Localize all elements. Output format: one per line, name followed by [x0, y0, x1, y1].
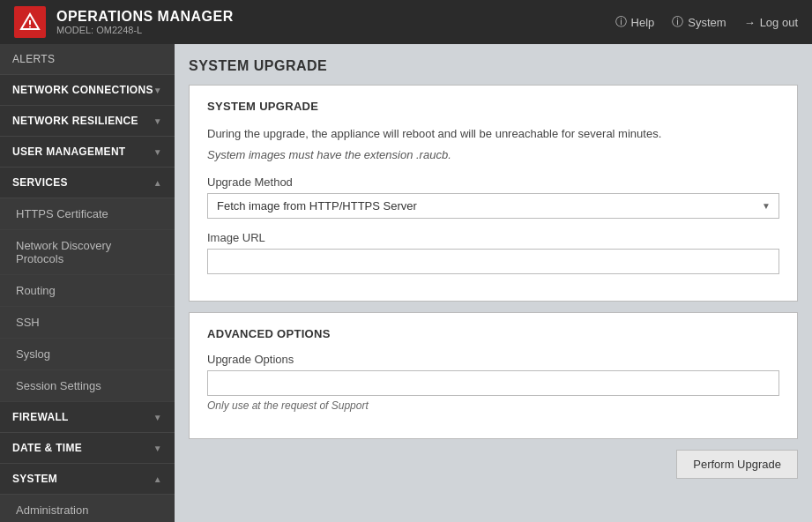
image-url-group: Image URL [207, 231, 779, 274]
sidebar-routing-label: Routing [16, 284, 56, 297]
chevron-down-icon: ▼ [153, 116, 162, 126]
sidebar-administration-label: Administration [16, 503, 88, 517]
logout-label: Log out [760, 16, 798, 29]
main-content: System Upgrade System Upgrade During the… [175, 44, 812, 522]
logo-icon [19, 11, 41, 33]
sidebar-item-session-settings[interactable]: Session Settings [0, 370, 175, 402]
upgrade-desc: During the upgrade, the appliance will r… [207, 125, 779, 143]
sidebar-item-ssh[interactable]: SSH [0, 307, 175, 339]
sidebar-system-label: System [12, 473, 57, 485]
chevron-down-icon: ▼ [153, 147, 162, 157]
sidebar-session-settings-label: Session Settings [16, 379, 101, 392]
logout-button[interactable]: → Log out [744, 16, 798, 29]
sidebar: Alerts Network Connections ▼ Network Res… [0, 44, 175, 522]
sidebar-services-label: Services [12, 176, 68, 189]
sidebar-item-firewall[interactable]: Firewall ▼ [0, 402, 175, 433]
upgrade-method-select-wrapper: Fetch image from HTTP/HTTPS Server Uploa… [207, 193, 779, 219]
upgrade-desc-italic: System images must have the extension .r… [207, 148, 779, 161]
upgrade-options-group: Upgrade Options Only use at the request … [207, 353, 779, 412]
sidebar-item-user-management[interactable]: User Management ▼ [0, 137, 175, 168]
logo [14, 6, 46, 38]
chevron-up-icon: ▲ [153, 178, 162, 188]
sidebar-item-administration[interactable]: Administration [0, 495, 175, 522]
action-row: Perform Upgrade [189, 450, 798, 479]
sidebar-https-cert-label: HTTPS Certificate [16, 207, 108, 220]
sidebar-item-alerts[interactable]: Alerts [0, 44, 175, 75]
sidebar-item-network-discovery[interactable]: Network Discovery Protocols [0, 230, 175, 275]
sidebar-item-network-resilience[interactable]: Network Resilience ▼ [0, 106, 175, 137]
upgrade-card: System Upgrade During the upgrade, the a… [189, 85, 798, 302]
upgrade-options-label: Upgrade Options [207, 353, 779, 366]
app-title: OPERATIONS MANAGER MODEL: OM2248-L [56, 9, 234, 35]
layout: Alerts Network Connections ▼ Network Res… [0, 44, 812, 522]
sidebar-ssh-label: SSH [16, 316, 40, 329]
system-button[interactable]: ⓘ System [672, 14, 726, 30]
upgrade-method-group: Upgrade Method Fetch image from HTTP/HTT… [207, 175, 779, 219]
upgrade-options-input[interactable] [207, 370, 779, 396]
logout-icon: → [744, 16, 756, 29]
sidebar-network-resilience-label: Network Resilience [12, 115, 138, 127]
sidebar-item-routing[interactable]: Routing [0, 275, 175, 307]
model-label: MODEL: OM2248-L [56, 25, 234, 35]
sidebar-user-management-label: User Management [12, 145, 126, 158]
help-button[interactable]: ⓘ Help [615, 14, 655, 30]
sidebar-network-discovery-label: Network Discovery Protocols [16, 239, 162, 265]
header-right: ⓘ Help ⓘ System → Log out [615, 14, 798, 30]
sidebar-item-network-connections[interactable]: Network Connections ▼ [0, 75, 175, 106]
header: OPERATIONS MANAGER MODEL: OM2248-L ⓘ Hel… [0, 0, 812, 44]
help-icon: ⓘ [615, 14, 627, 30]
upgrade-options-hint: Only use at the request of Support [207, 399, 779, 412]
perform-upgrade-button[interactable]: Perform Upgrade [676, 450, 798, 479]
sidebar-item-date-time[interactable]: Date & Time ▼ [0, 433, 175, 464]
sidebar-firewall-label: Firewall [12, 411, 69, 423]
upgrade-card-title: System Upgrade [207, 100, 779, 113]
app-name: OPERATIONS MANAGER [56, 9, 234, 25]
chevron-down-icon: ▼ [153, 86, 162, 95]
upgrade-method-label: Upgrade Method [207, 175, 779, 189]
sidebar-item-system[interactable]: System ▲ [0, 464, 175, 495]
page-title: System Upgrade [189, 58, 798, 74]
image-url-label: Image URL [207, 231, 779, 244]
chevron-up-icon: ▲ [153, 474, 162, 484]
help-label: Help [631, 16, 655, 29]
upgrade-method-select[interactable]: Fetch image from HTTP/HTTPS Server Uploa… [207, 193, 779, 219]
sidebar-syslog-label: Syslog [16, 347, 50, 361]
sidebar-item-https-cert[interactable]: HTTPS Certificate [0, 198, 175, 230]
system-icon: ⓘ [672, 14, 683, 30]
chevron-down-icon: ▼ [153, 444, 162, 453]
sidebar-date-time-label: Date & Time [12, 442, 82, 454]
image-url-input[interactable] [207, 249, 779, 274]
sidebar-alerts-label: Alerts [12, 53, 55, 65]
sidebar-network-connections-label: Network Connections [12, 84, 153, 96]
sidebar-item-services[interactable]: Services ▲ [0, 168, 175, 198]
system-label: System [688, 16, 726, 29]
svg-point-2 [29, 26, 31, 28]
advanced-card-title: Advanced Options [207, 327, 779, 340]
sidebar-item-syslog[interactable]: Syslog [0, 339, 175, 370]
advanced-card: Advanced Options Upgrade Options Only us… [189, 312, 798, 439]
chevron-down-icon: ▼ [153, 413, 162, 422]
header-left: OPERATIONS MANAGER MODEL: OM2248-L [14, 6, 234, 38]
